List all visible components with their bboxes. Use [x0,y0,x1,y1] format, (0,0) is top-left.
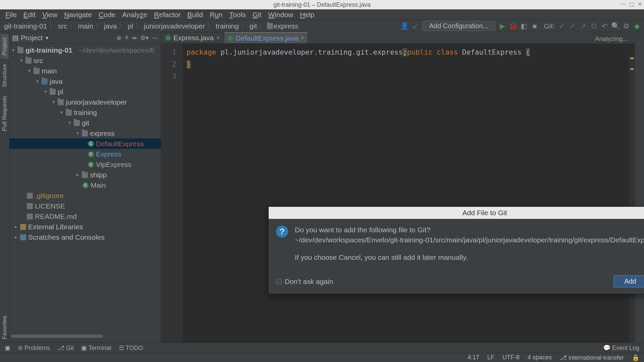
git-push-icon[interactable]: ↗ [580,22,587,30]
tab-problems[interactable]: ⊘ Problems [18,344,50,352]
add-configuration-button[interactable]: Add Configuration... [422,21,496,31]
dialog-hint: If you choose Cancel, you can still add … [295,252,644,262]
tree-readme[interactable]: README.md [35,211,77,222]
settings-icon[interactable]: ⚙ [623,22,630,30]
lock-icon[interactable]: 🔒 [632,354,639,361]
hide-icon[interactable]: — [152,34,158,42]
package-icon [82,172,88,178]
history-icon[interactable]: ⏲ [590,22,598,30]
question-icon: ? [276,226,288,238]
menu-view[interactable]: View [39,9,61,20]
folder-icon [34,68,40,74]
tree-pkg[interactable]: juniorjavadeveloper [66,97,127,107]
git-branch[interactable]: ⎇ international-transfer [560,354,624,361]
navigation-bar: git-training-01〉 src〉 main〉 java〉 pl〉 ju… [0,20,644,32]
tree-training[interactable]: training [74,107,97,118]
tree-mainjava[interactable]: Main [91,180,106,190]
package-icon [82,130,88,136]
user-icon[interactable]: 👤 [401,22,408,30]
debug-icon[interactable]: 🐞 [509,22,517,30]
crumb-java[interactable]: java [103,22,118,30]
search-icon[interactable]: 🔍 [612,22,619,30]
tree-scratches[interactable]: Scratches and Consoles [28,232,105,242]
tab-terminal[interactable]: ▣ Terminal [81,344,111,352]
line-separator[interactable]: LF [487,354,494,361]
folder-icon [25,58,32,64]
tree-vipexpress[interactable]: VipExpress [96,159,131,170]
coverage-icon[interactable]: ◧ [520,22,528,30]
tree-license[interactable]: LICENSE [35,201,65,211]
git-commit-icon[interactable]: ✓ [569,22,576,30]
dialog-titlebar[interactable]: Add File to Git × [269,207,644,219]
tree-extlib[interactable]: External Libraries [28,222,83,232]
crumb-express[interactable]: express [273,22,299,30]
tree-git[interactable]: git [82,118,89,128]
menu-navigate[interactable]: Navigate [61,9,95,20]
run-icon[interactable]: ▶ [499,22,506,30]
tab-structure[interactable]: Structure [1,61,9,90]
event-log[interactable]: 💬 Event Log [603,345,639,351]
git-label: Git: [544,22,555,30]
tree-java[interactable]: java [50,76,63,86]
tree-src[interactable]: src [34,55,43,66]
right-gutter [635,32,644,343]
crumb-main[interactable]: main [77,22,94,30]
crumb-pkg[interactable]: juniorjavadeveloper [143,22,206,30]
tree-express[interactable]: express [90,128,115,138]
expand-icon[interactable]: ≡ [125,34,128,42]
tab-project[interactable]: Project [1,34,9,59]
caret-position[interactable]: 4:17 [468,354,479,361]
menu-file[interactable]: File [2,9,20,20]
tree-ship[interactable]: shipp [90,170,107,180]
back-icon[interactable]: ↙ [412,22,419,30]
menu-help[interactable]: Help [297,9,318,20]
project-tree[interactable]: ▾git-training-01 ~/dev/dev/workspaces/E … [9,44,161,244]
menu-edit[interactable]: Edit [20,9,39,20]
tree-defaultexpress[interactable]: DefaultExpress [96,138,144,149]
dont-ask-checkbox[interactable]: Don't ask again [276,278,333,286]
tree-gitignore[interactable]: .gitignore [35,190,64,201]
close-icon[interactable]: ✕ [638,1,642,7]
dialog-filepath: ~/dev/dev/workspaces/Envelo/git-training… [295,236,644,244]
tree-root[interactable]: git-training-01 [25,45,72,55]
encoding[interactable]: UTF-8 [502,354,520,361]
gear-icon[interactable]: ⚙▾ [140,34,149,42]
menu-tools[interactable]: Tools [226,9,249,20]
menu-refactor[interactable]: Refactor [151,9,184,20]
status-bar: 4:17 LF UTF-8 4 spaces ⎇ international-t… [0,353,644,362]
menu-git[interactable]: Git [249,9,265,20]
h-scrollbar-thumb[interactable] [11,335,103,338]
target-icon[interactable]: ⊕ [116,34,121,42]
tree-pl[interactable]: pl [58,86,63,97]
menu-analyze[interactable]: Analyze [119,9,151,20]
git-update-icon[interactable]: ✓ [558,22,566,30]
menu-build[interactable]: Build [184,9,206,20]
rollback-icon[interactable]: ↶ [601,22,608,30]
stop-icon[interactable]: ■ [531,22,538,30]
crumb-src[interactable]: src [57,22,68,30]
tab-todo[interactable]: ☰ TODO [119,344,143,352]
crumb-training[interactable]: training [215,22,239,30]
menu-bar: File Edit View Navigate Code Analyze Ref… [0,9,644,20]
tree-express-cls[interactable]: Express [96,149,121,159]
tab-git[interactable]: ⎇ Git [57,344,74,352]
crumb-project[interactable]: git-training-01 [3,22,48,30]
minimize-icon[interactable]: — [621,1,626,7]
collapse-icon[interactable]: ⇹ [132,34,137,42]
crumb-git[interactable]: git [249,22,258,30]
menu-code[interactable]: Code [95,9,119,20]
folder-icon [267,23,273,29]
menu-run[interactable]: Run [206,9,226,20]
package-icon [58,99,64,105]
project-panel-title[interactable]: Project [21,34,43,42]
tab-pull-requests[interactable]: Pull Requests [1,93,9,134]
bottom-icon[interactable]: ▣ [5,344,10,352]
ide-icon[interactable]: ◆ [633,22,641,30]
maximize-icon[interactable]: ▢ [629,1,634,7]
add-button[interactable]: Add [613,275,644,288]
tree-main[interactable]: main [42,66,57,76]
indent[interactable]: 4 spaces [528,354,552,361]
menu-window[interactable]: Window [265,9,297,20]
crumb-pl[interactable]: pl [127,22,133,30]
tab-favorites[interactable]: Favorites [1,312,9,343]
